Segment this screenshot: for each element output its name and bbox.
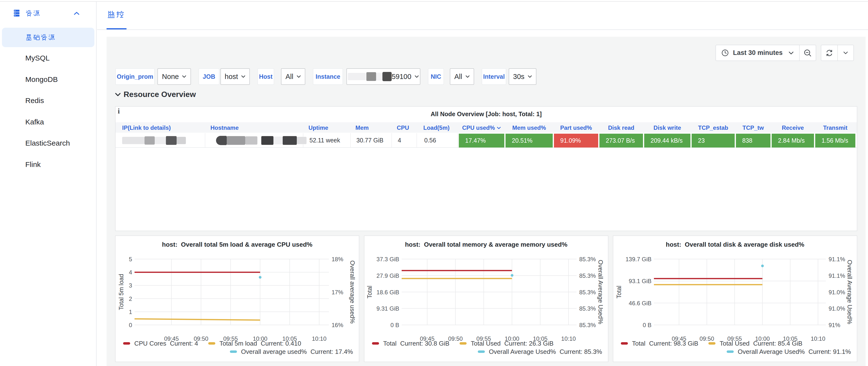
svg-text:18%: 18% — [332, 256, 343, 263]
svg-text:10:10: 10:10 — [312, 335, 327, 342]
svg-text:93.1 GiB: 93.1 GiB — [629, 278, 651, 284]
svg-text:91.0%: 91.0% — [829, 305, 845, 312]
svg-text:18.6 GiB: 18.6 GiB — [377, 289, 399, 296]
svg-text:27.9 GiB: 27.9 GiB — [377, 272, 399, 279]
svg-text:Total: Total — [366, 286, 373, 298]
svg-text:46.6 GiB: 46.6 GiB — [629, 300, 651, 306]
svg-text:85.3%: 85.3% — [579, 256, 596, 263]
svg-text:0 B: 0 B — [643, 322, 651, 328]
svg-text:host: Overall total memory &: host: Overall total memory & average mem… — [405, 241, 567, 248]
svg-text:91.0%: 91.0% — [829, 289, 845, 296]
svg-text:host: Overall total 5m load &: host: Overall total 5m load & average CP… — [162, 241, 312, 248]
svg-text:91.1%: 91.1% — [829, 272, 845, 279]
svg-text:85.3%: 85.3% — [579, 272, 596, 279]
svg-text:Total 5m load: Total 5m load — [118, 274, 125, 310]
svg-text:9.31 GiB: 9.31 GiB — [377, 305, 399, 312]
svg-text:17%: 17% — [332, 289, 343, 296]
svg-text:85.3%: 85.3% — [579, 289, 596, 296]
svg-text:Total: Total — [616, 286, 622, 298]
svg-text:Overall Average Used%: Overall Average Used% — [597, 260, 604, 324]
svg-text:2: 2 — [129, 296, 132, 302]
svg-text:91.1%: 91.1% — [829, 256, 845, 263]
svg-text:139.7 GiB: 139.7 GiB — [625, 256, 651, 263]
svg-text:1: 1 — [129, 309, 132, 315]
svg-text:85.3%: 85.3% — [579, 322, 596, 328]
svg-text:4: 4 — [129, 269, 132, 275]
svg-text:85.3%: 85.3% — [579, 305, 596, 312]
svg-text:3: 3 — [129, 282, 132, 289]
svg-text:16%: 16% — [332, 322, 343, 328]
svg-text:10:10: 10:10 — [811, 335, 825, 342]
svg-text:5: 5 — [129, 256, 132, 263]
svg-text:37.3 GiB: 37.3 GiB — [377, 256, 399, 263]
svg-text:host: Overall total disk & av: host: Overall total disk & average disk … — [666, 241, 804, 248]
svg-text:0: 0 — [129, 322, 132, 328]
svg-text:Overall Average Used%: Overall Average Used% — [846, 260, 853, 324]
svg-text:0 B: 0 B — [391, 322, 399, 328]
svg-text:Overall average used%: Overall average used% — [349, 261, 356, 324]
svg-text:91%: 91% — [829, 322, 840, 328]
